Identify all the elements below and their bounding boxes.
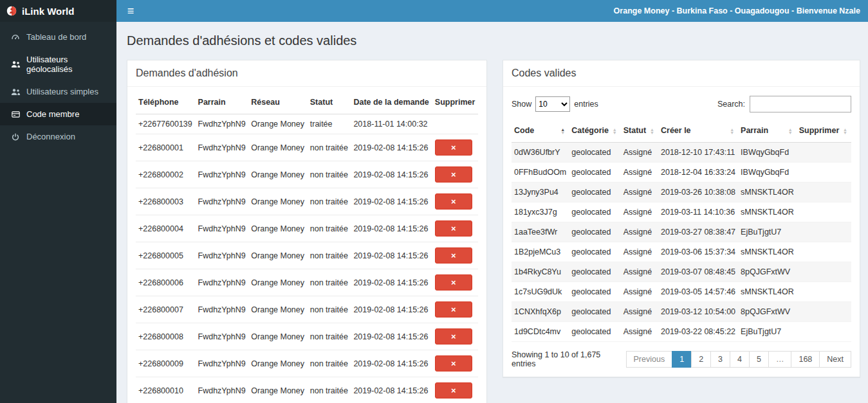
- cell-code: 181yxc3J7g: [512, 202, 569, 222]
- pagination-page-button[interactable]: 3: [710, 351, 730, 368]
- sort-icon: ▲▼: [560, 128, 565, 134]
- cell-telephone: +22677600139: [136, 114, 196, 134]
- requests-panel-title: Demandes d'adhésion: [127, 60, 486, 87]
- cell-code: 1B2pjeMCu3: [512, 242, 569, 262]
- sidebar-item[interactable]: Utilisateurs géolocalisés: [0, 48, 116, 80]
- table-row: +226800002FwdhzYphN9Orange Moneynon trai…: [136, 161, 478, 188]
- cell-code: 13Jyny3Pu4: [512, 183, 569, 202]
- cell-creer_le: 2019-03-22 08:45:22: [658, 322, 738, 342]
- table-row: 1aaTee3fWrgeolocatedAssigné2019-03-27 08…: [512, 222, 851, 242]
- cell-parrain: EjBuTjgtU7: [738, 322, 797, 342]
- cell-statut: non traitée: [308, 296, 351, 323]
- cell-creer_le: 2019-03-05 14:57:46: [658, 282, 738, 302]
- cell-date: 2019-02-08 14:15:26: [351, 323, 432, 350]
- cell-reseau: Orange Money: [248, 323, 307, 350]
- cell-date: 2019-02-08 14:15:26: [351, 377, 432, 403]
- cell-supprimer: [797, 163, 851, 183]
- search-label: Search:: [717, 100, 745, 109]
- delete-button[interactable]: ×: [435, 166, 472, 183]
- codes-table: ▲▼Code▲▼Catégorie▲▼Statut▲▼Créer le▲▼Par…: [512, 119, 851, 342]
- table-row: +226800001FwdhzYphN9Orange Moneynon trai…: [136, 134, 478, 161]
- hamburger-icon[interactable]: ≡: [116, 0, 145, 22]
- cell-reseau: Orange Money: [248, 114, 307, 134]
- table-row: +226800009FwdhzYphN9Orange Moneynon trai…: [136, 350, 478, 377]
- column-header-sortable[interactable]: ▲▼Créer le: [658, 119, 738, 143]
- cell-supprimer: ×: [432, 215, 478, 242]
- pagination-page-button[interactable]: 1: [672, 351, 692, 368]
- cell-categorie: geolocated: [569, 163, 620, 183]
- delete-button[interactable]: ×: [435, 247, 472, 264]
- pagination-page-button[interactable]: 2: [691, 351, 711, 368]
- cell-reseau: Orange Money: [248, 350, 307, 377]
- cell-date: 2019-02-08 14:15:26: [351, 242, 432, 269]
- cell-categorie: geolocated: [569, 143, 620, 163]
- column-header-label: Supprimer: [799, 126, 840, 135]
- page-length-control: Show 10 entries: [512, 96, 598, 112]
- cell-supprimer: [797, 202, 851, 222]
- cell-supprimer: ×: [432, 134, 478, 161]
- column-header-sortable[interactable]: ▲▼Statut: [621, 119, 658, 143]
- cell-creer_le: 2019-03-07 08:48:45: [658, 262, 738, 282]
- cell-statut: Assigné: [621, 282, 658, 302]
- pagination-page-button[interactable]: 4: [730, 351, 750, 368]
- column-header-sortable[interactable]: ▲▼Parrain: [738, 119, 797, 143]
- x-icon: ×: [451, 197, 456, 206]
- cell-supprimer: ×: [432, 323, 478, 350]
- cell-code: 1aaTee3fWr: [512, 222, 569, 242]
- show-label: Show: [512, 100, 531, 109]
- cell-statut: Assigné: [621, 222, 658, 242]
- cell-parrain: 8pQJGFxtWV: [738, 302, 797, 322]
- sort-icon: ▲▼: [650, 128, 654, 134]
- delete-button[interactable]: ×: [435, 355, 472, 372]
- delete-button[interactable]: ×: [435, 301, 472, 318]
- cell-reseau: Orange Money: [248, 269, 307, 296]
- sidebar-item[interactable]: Utilisateurs simples: [0, 80, 116, 103]
- search-input[interactable]: [750, 96, 851, 112]
- sort-icon: ▲▼: [788, 128, 793, 134]
- cell-reseau: Orange Money: [248, 188, 307, 215]
- pagination-next[interactable]: Next: [819, 351, 851, 368]
- cell-supprimer: [797, 262, 851, 282]
- cell-statut: non traitée: [308, 134, 351, 161]
- cell-telephone: +226800006: [136, 269, 196, 296]
- sidebar-item[interactable]: Tableau de bord: [0, 26, 116, 48]
- column-header-sortable[interactable]: ▲▼Supprimer: [797, 119, 851, 143]
- cell-reseau: Orange Money: [248, 242, 307, 269]
- users-icon: [10, 88, 21, 96]
- pagination-page-button[interactable]: 5: [749, 351, 769, 368]
- cell-parrain: EjBuTjgtU7: [738, 222, 797, 242]
- cell-reseau: Orange Money: [248, 161, 307, 188]
- cell-categorie: geolocated: [569, 183, 620, 202]
- delete-button[interactable]: ×: [435, 382, 472, 399]
- sidebar-item[interactable]: Déconnexion: [0, 125, 116, 148]
- cell-categorie: geolocated: [569, 202, 620, 222]
- cell-code: 1CNXhfqX6p: [512, 302, 569, 322]
- cell-statut: non traitée: [308, 350, 351, 377]
- delete-button[interactable]: ×: [435, 274, 472, 291]
- table-row: 181yxc3J7ggeolocatedAssigné2019-03-11 14…: [512, 202, 851, 222]
- page-size-select[interactable]: 10: [535, 96, 570, 112]
- cell-parrain: FwdhzYphN9: [196, 350, 249, 377]
- delete-button[interactable]: ×: [435, 193, 472, 210]
- column-header-sortable[interactable]: ▲▼Catégorie: [569, 119, 620, 143]
- cell-parrain: FwdhzYphN9: [196, 188, 249, 215]
- codes-table-header-row: ▲▼Code▲▼Catégorie▲▼Statut▲▼Créer le▲▼Par…: [512, 119, 851, 143]
- cell-telephone: +226800007: [136, 296, 196, 323]
- delete-button[interactable]: ×: [435, 139, 472, 156]
- delete-button[interactable]: ×: [435, 328, 472, 345]
- pagination-prev[interactable]: Previous: [626, 351, 673, 368]
- sidebar-item[interactable]: Code membre: [0, 103, 116, 125]
- cell-supprimer: ×: [432, 188, 478, 215]
- cell-statut: Assigné: [621, 183, 658, 202]
- cell-parrain: 8pQJGFxtWV: [738, 262, 797, 282]
- pagination-page-button[interactable]: 168: [791, 351, 820, 368]
- delete-button[interactable]: ×: [435, 220, 472, 237]
- brand-logo[interactable]: iLink World: [0, 0, 116, 22]
- table-row: 1d9CDtc4mvgeolocatedAssigné2019-03-22 08…: [512, 322, 851, 342]
- table-row: 1B2pjeMCu3geolocatedAssigné2019-03-06 15…: [512, 242, 851, 262]
- x-icon: ×: [451, 251, 456, 260]
- table-row: +226800006FwdhzYphN9Orange Moneynon trai…: [136, 269, 478, 296]
- table-row: 13Jyny3Pu4geolocatedAssigné2019-03-26 10…: [512, 183, 851, 202]
- cell-parrain: sMNSKTL4OR: [738, 202, 797, 222]
- column-header-sortable[interactable]: ▲▼Code: [512, 119, 569, 143]
